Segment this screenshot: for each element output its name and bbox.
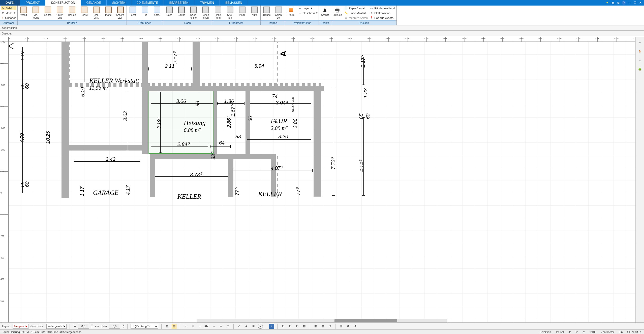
platte-button[interactable]: Platte	[102, 6, 114, 17]
phi-input[interactable]	[109, 324, 120, 329]
balken-button[interactable]: Balken	[66, 6, 78, 17]
selekt-button[interactable]: ➤Selekt	[1, 6, 16, 10]
wand-button[interactable]: Wand	[18, 6, 30, 17]
tab-konstruktion[interactable]: KONSTRUKTION	[45, 0, 81, 6]
ruler-vertical[interactable]: -700-600-500-400-300-200-100010020030040…	[0, 42, 9, 322]
raum-button[interactable]: Raum	[285, 6, 297, 17]
tool-icon[interactable]: ✦	[605, 1, 609, 5]
papierformat-button[interactable]: 📄Papierformat	[344, 6, 368, 10]
view3-icon[interactable]: ⊡	[295, 324, 300, 329]
regen-fallrohr-button[interactable]: Regen- fallrohr	[200, 6, 212, 20]
platte-button[interactable]: Platte	[236, 6, 248, 17]
-ffn--button[interactable]: Öffn.	[151, 6, 163, 17]
tool-icon[interactable]: ▦	[611, 1, 615, 5]
dimension-text: 5.94	[254, 63, 264, 69]
view4-icon[interactable]: ▦	[302, 324, 307, 329]
hatch2-icon[interactable]: ▤	[172, 324, 177, 329]
furniture-icon[interactable]: 🪑	[637, 49, 643, 54]
align2-icon[interactable]: ≣	[190, 324, 195, 329]
deck-ffn--button[interactable]: Deck.- öffn.	[90, 6, 102, 20]
auto-button[interactable]: Auto	[248, 6, 260, 17]
bottom-toolstrip: Layer : Treppen Geschoss : Kellergesch l…	[0, 322, 644, 329]
grid1-icon[interactable]: ▦	[313, 324, 318, 329]
status-scale[interactable]: 1:100	[589, 330, 596, 333]
layer-select[interactable]: Treppen	[13, 324, 28, 329]
dach-button[interactable]: Dach	[163, 6, 175, 17]
dimension-text: 7.72⁵	[330, 158, 336, 169]
spin-up[interactable]: ▲	[91, 324, 93, 326]
tool-icon[interactable]: ⧉	[616, 1, 620, 5]
strei-fen-button[interactable]: Strei- fen	[224, 6, 236, 20]
close-icon[interactable]: ✕	[638, 1, 642, 5]
room-area: 11,56 m²	[89, 85, 108, 91]
tab-gelaende[interactable]: GELÄNDE	[81, 0, 107, 6]
mark-button[interactable]: ✥Mark. ▾	[1, 11, 16, 15]
einheit-button[interactable]: 📏Einheit/Maßst.	[344, 11, 368, 15]
snap2-icon[interactable]: ◈	[244, 324, 249, 329]
tab-projekt[interactable]: PROJEKT	[20, 0, 45, 6]
mehrere-seiten-button[interactable]: ▦Mehrere Seiten	[344, 16, 368, 20]
align3-icon[interactable]: ☰	[197, 324, 202, 329]
help-icon[interactable]: ?	[622, 1, 626, 5]
unter-zug-button[interactable]: Unter- zug	[54, 6, 66, 20]
misc2-icon[interactable]: ⧉	[346, 324, 351, 329]
rect-icon[interactable]: ▭	[218, 324, 223, 329]
geschoss-dropdown[interactable]: ☰Geschoss ▾	[298, 11, 318, 15]
view2-icon[interactable]: ⊟	[288, 324, 293, 329]
gel-n-der-button[interactable]: Gelän- der	[273, 6, 285, 20]
tab-sichten[interactable]: SICHTEN	[107, 0, 131, 6]
tab-datei[interactable]: DATEI	[0, 0, 20, 6]
snap1-icon[interactable]: ◇	[237, 324, 242, 329]
geschoss-select[interactable]: Kellergesch	[46, 324, 67, 329]
dach-fenster-button[interactable]: Dach- fenster	[188, 6, 200, 20]
status-z: Z:	[582, 330, 585, 333]
pos-reset-button[interactable]: 📍Pos zurücksetz.	[370, 16, 395, 20]
fenst-button[interactable]: Fenst	[127, 6, 139, 17]
drawing-canvas[interactable]: AKELLER Werkstatt11,56 m²Heizung6,88 m²F…	[9, 42, 635, 322]
layer-dropdown[interactable]: ≡Layer ▾	[298, 6, 318, 10]
target-icon[interactable]: ⌖	[637, 58, 643, 63]
snap-n-icon[interactable]: N	[258, 324, 263, 329]
maximize-icon[interactable]: ☐	[633, 1, 637, 5]
layers-icon[interactable]: ≋	[637, 40, 643, 45]
tab-bemassen[interactable]: BEMASSEN	[220, 0, 248, 6]
blatt-position-button[interactable]: ⌖Blatt position.	[370, 11, 395, 15]
text-icon[interactable]: Abc	[204, 324, 209, 329]
gaube-button[interactable]: Gaube	[175, 6, 188, 17]
tab-bearbeiten[interactable]: BEARBEITEN	[164, 0, 194, 6]
schnitt-button[interactable]: Schnitt	[319, 6, 331, 17]
snap3-icon[interactable]: ⊞	[251, 324, 256, 329]
st-tze-button[interactable]: Stütze	[42, 6, 54, 17]
virt-wand-button[interactable]: Virt. Wand	[30, 6, 42, 20]
mode-select[interactable]: dl (Richtung/Di	[131, 324, 158, 329]
spin-down[interactable]: ▼	[91, 326, 93, 328]
schorn-stein-button[interactable]: Schorn- stein	[114, 6, 127, 20]
t-r-button[interactable]: Tür	[139, 6, 151, 17]
horizontal-scrollbar[interactable]	[197, 319, 447, 322]
decke-button[interactable]: Decke	[78, 6, 90, 17]
tab-trimmen[interactable]: TRIMMEN	[194, 0, 220, 6]
length-input[interactable]	[78, 324, 89, 329]
tree-icon[interactable]: 🌳	[637, 67, 643, 72]
optionen-button[interactable]: ＋Optionen	[1, 16, 16, 20]
rect2-icon[interactable]: ◻	[225, 324, 230, 329]
tab-2d-elemente[interactable]: 2D-ELEMENTE	[131, 0, 164, 6]
minimize-icon[interactable]: —	[627, 1, 631, 5]
info-icon[interactable]: i	[269, 324, 274, 329]
drucken-button[interactable]: Drucken	[331, 6, 343, 17]
raender-button[interactable]: ▭Ränder einblend.	[370, 6, 395, 10]
ruler-horizontal[interactable]: 2650270027502800285029002950300030503100…	[9, 37, 635, 42]
grid3-icon[interactable]: ⊞	[327, 324, 332, 329]
einzel-fund--button[interactable]: Einzel Fund.	[212, 6, 224, 20]
align1-icon[interactable]: ≡	[183, 324, 188, 329]
view1-icon[interactable]: ⊞	[281, 324, 286, 329]
misc3-icon[interactable]: ✸	[353, 324, 358, 329]
dim-icon[interactable]: ↔	[211, 324, 216, 329]
grid2-icon[interactable]: ▩	[320, 324, 325, 329]
treppe-button[interactable]: Treppe	[261, 6, 273, 17]
spin-down[interactable]: ▼	[122, 326, 124, 328]
hatch1-icon[interactable]: ▨	[165, 324, 170, 329]
misc1-icon[interactable]: ▥	[339, 324, 344, 329]
spin-up[interactable]: ▲	[122, 324, 124, 326]
status-unit[interactable]: Zentimeter	[601, 330, 614, 333]
